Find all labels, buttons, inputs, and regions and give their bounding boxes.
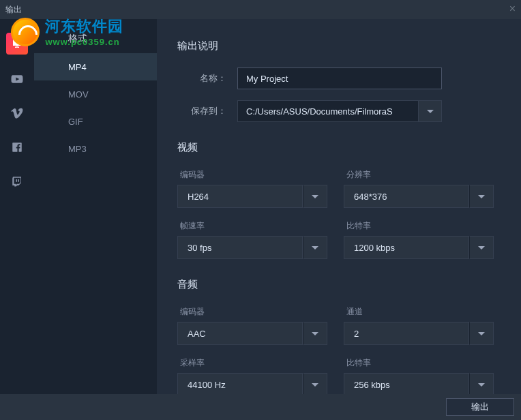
audio-sample-label: 采样率 [177, 357, 327, 369]
format-header: 格式 [34, 33, 157, 45]
chevron-down-icon [312, 195, 318, 198]
rail-local[interactable] [6, 33, 28, 55]
vimeo-icon [10, 106, 24, 120]
audio-section-title: 音频 [177, 278, 494, 291]
format-item-gif[interactable]: GIF [34, 108, 157, 135]
audio-channel-select[interactable]: 2 [344, 322, 469, 345]
video-resolution-dropdown-button[interactable] [469, 185, 494, 208]
rail-vimeo[interactable] [8, 104, 27, 123]
chevron-down-icon [478, 332, 485, 335]
video-fps-select[interactable]: 30 fps [177, 236, 303, 259]
save-path-display[interactable]: C:/Users/ASUS/Documents/FilmoraS [237, 100, 419, 122]
chevron-down-icon [427, 110, 434, 113]
video-fps-dropdown-button[interactable] [303, 236, 327, 259]
name-label: 名称： [177, 72, 237, 85]
video-section-title: 视频 [177, 141, 494, 154]
chevron-down-icon [312, 383, 318, 387]
output-section-title: 输出说明 [177, 40, 494, 52]
name-row: 名称： [177, 68, 494, 89]
chevron-down-icon [478, 195, 485, 198]
video-fps-label: 帧速率 [177, 220, 327, 232]
facebook-icon [11, 141, 23, 153]
video-resolution-select[interactable]: 648*376 [344, 185, 469, 208]
footer: 输出 [0, 394, 521, 420]
save-path-dropdown-button[interactable] [419, 100, 442, 122]
rail-twitch[interactable] [8, 172, 27, 191]
monitor-icon [11, 38, 23, 50]
video-bitrate-dropdown-button[interactable] [469, 236, 494, 259]
audio-sample-select[interactable]: 44100 Hz [177, 373, 303, 394]
audio-channel-label: 通道 [344, 306, 494, 318]
rail-facebook[interactable] [8, 138, 27, 157]
audio-encoder-dropdown-button[interactable] [303, 322, 327, 345]
name-input[interactable] [237, 68, 442, 89]
video-resolution-label: 分辨率 [344, 169, 494, 181]
settings-panel: 输出说明 名称： 保存到： C:/Users/ASUS/Documents/Fi… [157, 19, 521, 394]
audio-bitrate-dropdown-button[interactable] [469, 373, 494, 394]
video-encoder-dropdown-button[interactable] [303, 185, 327, 208]
format-item-mp4[interactable]: MP4 [34, 53, 157, 80]
format-item-mp3[interactable]: MP3 [34, 135, 157, 162]
audio-encoder-select[interactable]: AAC [177, 322, 303, 345]
close-icon[interactable]: × [509, 3, 516, 15]
video-encoder-select[interactable]: H264 [177, 185, 303, 208]
audio-bitrate-select[interactable]: 256 kbps [344, 373, 469, 394]
window-title: 输出 [5, 4, 22, 16]
audio-sample-dropdown-button[interactable] [303, 373, 327, 394]
video-bitrate-select[interactable]: 1200 kbps [344, 236, 469, 259]
destination-rail [0, 19, 34, 394]
chevron-down-icon [478, 246, 485, 250]
main-area: 格式 MP4 MOV GIF MP3 输出说明 名称： 保存到： C:/User… [0, 19, 521, 394]
rail-youtube[interactable] [8, 70, 27, 89]
video-encoder-label: 编码器 [177, 169, 327, 181]
titlebar: 输出 × [0, 0, 521, 19]
chevron-down-icon [478, 383, 485, 387]
format-column: 格式 MP4 MOV GIF MP3 [34, 19, 157, 394]
video-bitrate-label: 比特率 [344, 220, 494, 232]
audio-bitrate-label: 比特率 [344, 357, 494, 369]
audio-channel-dropdown-button[interactable] [469, 322, 494, 345]
save-row: 保存到： C:/Users/ASUS/Documents/FilmoraS [177, 100, 494, 122]
audio-encoder-label: 编码器 [177, 306, 327, 318]
twitch-icon [11, 175, 23, 188]
chevron-down-icon [312, 246, 318, 250]
export-button[interactable]: 输出 [446, 398, 514, 416]
chevron-down-icon [312, 332, 318, 335]
youtube-icon [10, 72, 24, 86]
save-label: 保存到： [177, 105, 237, 117]
format-item-mov[interactable]: MOV [34, 80, 157, 108]
